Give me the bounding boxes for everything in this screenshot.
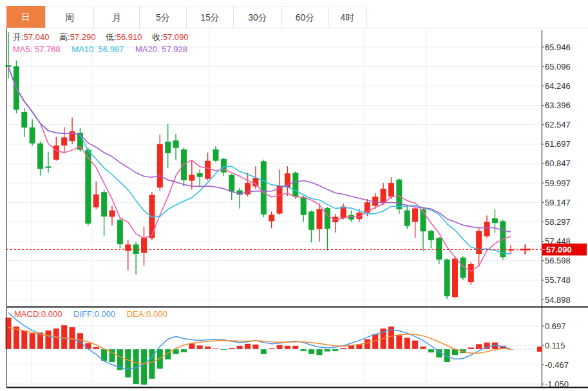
tab-5min-label: 5分 [156, 12, 170, 23]
tab-month-label: 月 [112, 12, 121, 23]
tab-week[interactable]: 周 [46, 6, 94, 28]
open-label: 开: [13, 32, 24, 42]
macd-current-marker [537, 347, 542, 352]
tab-day-label: 日 [21, 12, 30, 22]
ma5-value: 57.768 [35, 44, 61, 54]
tab-15min[interactable]: 15分 [187, 6, 234, 28]
high-value: 57.290 [70, 32, 96, 42]
tab-60min[interactable]: 60分 [282, 6, 328, 28]
tab-5min[interactable]: 5分 [140, 6, 187, 28]
kline-app: 日 周 月 5分 15分 30分 60分 4时 65.94665.09664.2… [0, 0, 588, 391]
diff-value: 0.000 [95, 309, 116, 319]
tab-60min-label: 60分 [296, 12, 315, 23]
svg-text:63.396: 63.396 [545, 100, 571, 110]
close-label: 收: [152, 32, 163, 42]
ma20-label: MA20: [135, 44, 160, 54]
open-value: 57.040 [24, 32, 50, 42]
price-axis-labels: 65.94665.09664.24663.39662.54761.69760.8… [542, 43, 571, 305]
tab-day[interactable]: 日 [6, 6, 46, 28]
high-label: 高: [59, 32, 70, 42]
macd-label: MACD: [14, 309, 41, 319]
svg-text:57.090: 57.090 [546, 245, 572, 254]
svg-text:58.297: 58.297 [545, 217, 571, 227]
dea-value: 0.000 [146, 309, 167, 319]
ma5-line [8, 67, 511, 271]
svg-text:61.697: 61.697 [545, 139, 571, 149]
tab-30min[interactable]: 30分 [234, 6, 282, 28]
low-value: 56.910 [117, 32, 142, 42]
svg-text:64.246: 64.246 [545, 81, 571, 91]
candlesticks [6, 32, 514, 299]
svg-text:0.115: 0.115 [545, 341, 565, 350]
svg-text:-1.050: -1.050 [545, 379, 569, 389]
svg-text:55.748: 55.748 [545, 275, 571, 285]
tab-30min-label: 30分 [248, 12, 267, 23]
low-label: 低: [106, 32, 117, 42]
timeframe-tabbar: 日 周 月 5分 15分 30分 60分 4时 [6, 6, 367, 28]
ma10-label: MA10: [71, 44, 96, 54]
tab-4hour[interactable]: 4时 [328, 6, 367, 28]
ma5-label: MA5: [13, 44, 32, 54]
svg-text:65.096: 65.096 [545, 62, 571, 72]
ma20-value: 57.928 [162, 44, 187, 54]
svg-text:59.147: 59.147 [545, 198, 571, 207]
current-price-line [6, 244, 542, 254]
current-price-axis-label: 57.090 [542, 243, 587, 255]
tab-4hour-label: 4时 [341, 12, 355, 23]
ma10-value: 56.987 [99, 44, 124, 54]
ma-readout: MA5: 57.768 MA10: 56.987 MA20: 57.928 [13, 44, 187, 54]
dea-label: DEA: [127, 309, 146, 319]
svg-text:56.598: 56.598 [545, 256, 571, 265]
macd-readout: MACD:0.000 DIFF:0.000 DEA:0.000 [14, 309, 167, 319]
tabbar-divider [0, 28, 588, 28]
macd-axis-labels: 0.6970.115-0.467-1.050 [542, 321, 569, 389]
panel-borders [6, 28, 588, 388]
close-value: 57.090 [163, 32, 189, 42]
svg-text:-0.467: -0.467 [545, 360, 569, 370]
ma10-line [8, 67, 511, 254]
svg-text:60.847: 60.847 [545, 158, 571, 168]
svg-text:59.997: 59.997 [545, 178, 571, 188]
macd-value: 0.000 [41, 309, 62, 319]
tab-15min-label: 15分 [200, 12, 220, 23]
kline-chart-svg[interactable]: 65.94665.09664.24663.39662.54761.69760.8… [0, 0, 588, 391]
svg-text:65.946: 65.946 [545, 43, 571, 52]
svg-text:54.898: 54.898 [545, 295, 571, 305]
svg-text:62.547: 62.547 [545, 120, 571, 129]
tab-week-label: 周 [65, 12, 74, 23]
tab-month[interactable]: 月 [94, 6, 140, 28]
ohlc-readout: 开:57.040 高:57.290 低:56.910 收:57.090 [13, 32, 188, 43]
ma20-line [8, 67, 511, 232]
diff-label: DIFF: [73, 309, 95, 319]
svg-text:0.697: 0.697 [545, 321, 566, 331]
